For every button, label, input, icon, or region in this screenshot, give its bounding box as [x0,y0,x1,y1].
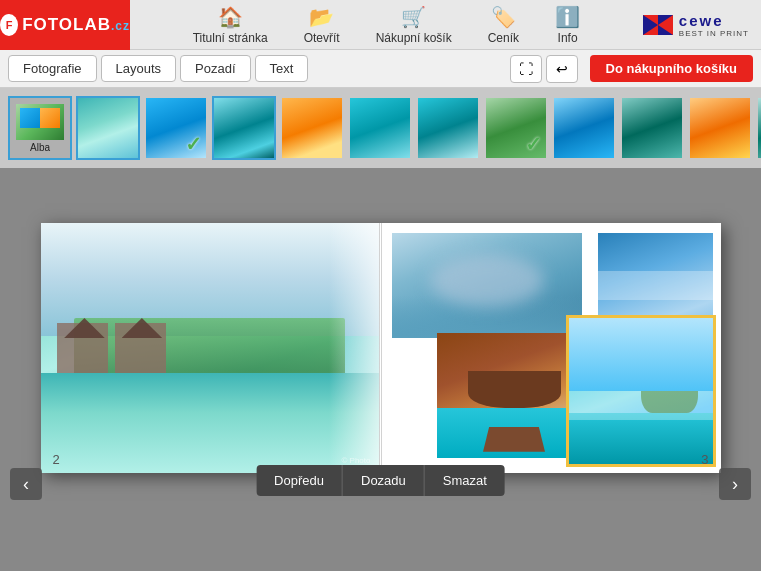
thumb-4[interactable] [280,96,344,160]
info-icon: ℹ️ [555,5,580,29]
nav-items: 🏠 Titulní stránka 📂 Otevřít 🛒 Nákupní ko… [130,1,643,49]
add-to-cart-button[interactable]: Do nákupního košíku [590,55,753,82]
right-photo-top-left[interactable] [392,233,582,338]
cewe-tagline: BEST IN PRINT [679,29,749,38]
thumb-5[interactable] [348,96,412,160]
nav-price[interactable]: 🏷️ Ceník [472,1,535,49]
background-button[interactable]: Pozadí [180,55,250,82]
thumb-6[interactable] [416,96,480,160]
top-nav: F FOTOLAB.cz 🏠 Titulní stránka 📂 Otevřít… [0,0,761,50]
nav-home[interactable]: 🏠 Titulní stránka [177,1,284,49]
nav-cart[interactable]: 🛒 Nákupní košík [360,1,468,49]
book-right-page[interactable] [382,223,721,473]
photos-button[interactable]: Fotografie [8,55,97,82]
canvas-area: © Photo [0,168,761,518]
cewe-branding: cewe BEST IN PRINT [643,12,749,38]
thumbnail-strip: Alba ✓ ✓ [0,88,761,168]
thumb-7[interactable]: ✓ [484,96,548,160]
book-left-page[interactable]: © Photo [41,223,379,473]
delete-button[interactable]: Smazat [425,465,505,496]
thumb-1[interactable] [76,96,140,160]
thumb-9[interactable] [620,96,684,160]
undo-button[interactable]: ↩ [546,55,578,83]
cewe-logo-text: cewe [679,12,749,29]
book-spread: © Photo [41,223,721,473]
cart-icon: 🛒 [401,5,426,29]
nav-open[interactable]: 📂 Otevřít [288,1,356,49]
page-number-right: 3 [701,452,708,467]
thumb-3[interactable] [212,96,276,160]
text-button[interactable]: Text [255,55,309,82]
next-page-arrow[interactable]: › [719,468,751,500]
toolbar: Fotografie Layouts Pozadí Text ⛶ ↩ Do ná… [0,50,761,88]
nav-info[interactable]: ℹ️ Info [539,1,596,49]
thumb-2[interactable]: ✓ [144,96,208,160]
thumb-album[interactable]: Alba [8,96,72,160]
layouts-button[interactable]: Layouts [101,55,177,82]
thumb-album-label: Alba [30,142,50,153]
logo[interactable]: F FOTOLAB.cz [0,0,130,50]
right-photo-selected[interactable] [566,315,716,467]
home-icon: 🏠 [218,5,243,29]
back-button[interactable]: Dozadu [343,465,425,496]
prev-page-arrow[interactable]: ‹ [10,468,42,500]
thumb-11[interactable] [756,96,761,160]
open-icon: 📂 [309,5,334,29]
context-menu: Dopředu Dozadu Smazat [256,465,505,496]
logo-text: FOTOLAB.cz [22,15,130,35]
thumb-10[interactable] [688,96,752,160]
fullscreen-button[interactable]: ⛶ [510,55,542,83]
forward-button[interactable]: Dopředu [256,465,343,496]
thumb-8[interactable] [552,96,616,160]
right-photo-top-right[interactable] [598,233,713,328]
price-icon: 🏷️ [491,5,516,29]
page-number-left: 2 [53,452,60,467]
